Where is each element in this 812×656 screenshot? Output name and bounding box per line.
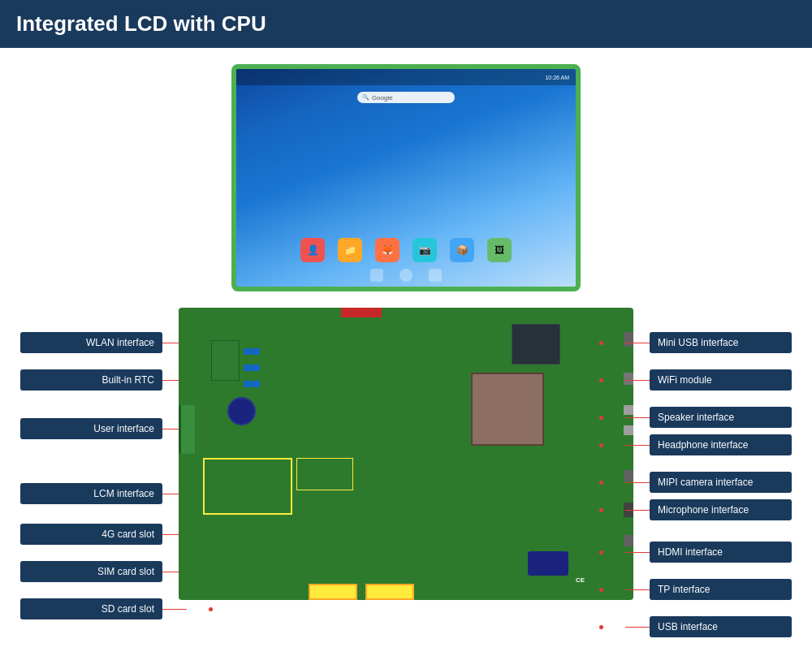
dot-mini-usb xyxy=(599,341,603,345)
dot-usb xyxy=(599,625,603,629)
label-speaker: Speaker interface xyxy=(650,407,792,428)
lcd-icon-gallery: 🖼 xyxy=(487,238,512,262)
pcb-board: CE xyxy=(179,308,633,600)
label-usb: USB interface xyxy=(650,616,792,637)
label-user: User interface xyxy=(20,418,162,439)
line-hdmi xyxy=(625,552,650,553)
pcb-bottom-hdmi2 xyxy=(365,584,414,600)
label-microphone: Microphone interface xyxy=(650,499,792,520)
label-wifi: WiFi module xyxy=(650,369,792,391)
lcd-taskbar: 10:26 AM xyxy=(236,69,576,85)
lcd-icon-camera: 📷 xyxy=(412,238,437,262)
pcb-capacitor xyxy=(227,397,256,425)
pcb-component-heat xyxy=(528,551,568,576)
pcb-component-3 xyxy=(244,381,260,387)
lcd-icon-apkpure: 📦 xyxy=(450,238,474,262)
pcb-connector-left xyxy=(179,405,195,454)
main-content: 10:26 AM 🔍 Google 👤 📁 🦊 📷 xyxy=(0,48,812,645)
lcd-icon-folder: 📁 xyxy=(338,238,362,262)
label-headphone: Headphone interface xyxy=(650,434,792,455)
lcd-time: 10:26 AM xyxy=(545,75,569,80)
pcb-component-1 xyxy=(244,348,260,355)
lcd-back-btn xyxy=(370,269,383,282)
pcb-right-usb xyxy=(624,332,633,347)
dot-mipi xyxy=(599,481,603,485)
pcb-bottom-hdmi1 xyxy=(309,584,357,600)
line-speaker xyxy=(625,417,650,418)
label-4g: 4G card slot xyxy=(20,524,162,545)
line-mipi xyxy=(625,482,650,483)
label-mipi: MIPI camera interface xyxy=(650,472,792,493)
dot-wifi xyxy=(599,378,603,382)
board-area: WLAN interface Built-in RTC User interfa… xyxy=(16,308,796,637)
pcb-component-2 xyxy=(244,365,260,371)
label-mini-usb: Mini USB interface xyxy=(650,332,792,353)
lcd-nav-bar xyxy=(236,269,576,282)
lcd-search-text: Google xyxy=(372,94,393,101)
lcd-display: 10:26 AM 🔍 Google 👤 📁 🦊 📷 xyxy=(231,64,581,291)
pcb-right-speaker xyxy=(624,405,633,415)
dot-headphone xyxy=(599,443,603,447)
page-header: Integrated LCD with CPU xyxy=(0,0,812,48)
labels-right: Mini USB interface WiFi module Speaker i… xyxy=(650,308,792,637)
lcd-button-1 xyxy=(579,134,581,149)
dot-sd xyxy=(209,607,213,611)
label-rtc: Built-in RTC xyxy=(20,369,162,391)
pcb-right-headphone xyxy=(624,425,633,435)
lcd-app-icons: 👤 📁 🦊 📷 📦 🖼 xyxy=(236,238,576,262)
pcb-right-usb2 xyxy=(624,535,633,546)
label-sim: SIM card slot xyxy=(20,561,162,582)
lcd-recent-btn xyxy=(429,269,442,282)
lcd-search-bar: 🔍 Google xyxy=(357,92,455,103)
label-tp: TP interface xyxy=(650,579,792,600)
dot-speaker xyxy=(599,416,603,420)
pcb-chip-secondary xyxy=(512,324,560,365)
pcb-right-mic xyxy=(624,470,633,481)
lcd-home-btn xyxy=(400,269,412,282)
line-tp xyxy=(625,589,650,590)
pcb-slot-secondary xyxy=(296,458,353,490)
line-usb xyxy=(625,627,650,628)
lcd-icon-firefox: 🦊 xyxy=(375,238,400,262)
pcb-top-connector xyxy=(341,308,382,317)
label-wlan: WLAN interface xyxy=(20,332,162,353)
line-mini-usb xyxy=(625,343,650,343)
lcd-icon-contacts: 👤 xyxy=(300,238,325,262)
dot-hdmi xyxy=(599,550,603,555)
label-lcm: LCM interface xyxy=(20,483,162,504)
pcb-ce-mark: CE xyxy=(576,576,585,584)
line-microphone xyxy=(625,510,650,511)
lcd-screen: 10:26 AM 🔍 Google 👤 📁 🦊 📷 xyxy=(236,69,576,287)
dot-microphone xyxy=(599,508,603,512)
labels-left: WLAN interface Built-in RTC User interfa… xyxy=(20,308,162,619)
line-headphone xyxy=(625,445,650,446)
dot-tp xyxy=(599,588,603,592)
line-wifi xyxy=(625,380,650,381)
lcd-button-3 xyxy=(579,176,581,191)
page-title: Integrated LCD with CPU xyxy=(16,11,266,36)
pcb-slot-4g xyxy=(203,458,292,515)
pcb-block-1 xyxy=(211,340,240,381)
pcb-cpu-chip xyxy=(471,373,544,446)
label-sd: SD card slot xyxy=(20,598,162,619)
lcd-button-2 xyxy=(579,155,581,170)
pcb-right-wifi xyxy=(624,373,633,385)
line-sd xyxy=(162,609,187,610)
label-hdmi: HDMI interface xyxy=(650,542,792,563)
